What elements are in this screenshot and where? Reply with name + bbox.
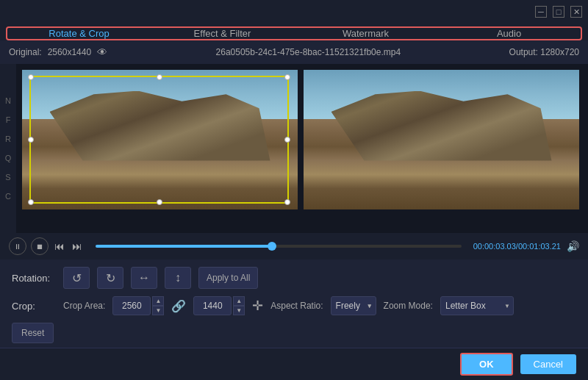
move-icon[interactable]: ✛ xyxy=(252,298,263,314)
crop-width-input[interactable] xyxy=(112,296,151,315)
output-label: Output: xyxy=(509,47,538,57)
time-display: 00:00:03.03/00:01:03.21 xyxy=(473,242,561,251)
bottom-bar: OK Cancel xyxy=(0,348,588,380)
preview-area: N F R Q S C xyxy=(0,64,588,233)
aspect-ratio-wrapper: Freely 16:9 4:3 1:1 ▼ xyxy=(331,296,376,315)
rotation-label: Rotation: xyxy=(12,273,56,284)
sidebar-q: Q xyxy=(5,154,12,162)
mountain-top-right xyxy=(331,91,552,161)
crop-height-up[interactable]: ▲ xyxy=(233,296,245,306)
crop-height-group: ▲ ▼ xyxy=(193,296,245,315)
sidebar-s: S xyxy=(5,173,10,182)
play-pause-button[interactable]: ⏸ xyxy=(9,237,26,255)
crop-label: Crop: xyxy=(12,301,56,312)
info-bar: Original: 2560x1440 👁 26a0505b-24c1-475e… xyxy=(0,40,588,64)
tab-watermark[interactable]: Watermark xyxy=(294,28,437,39)
flip-vertical-button[interactable]: ↕ xyxy=(165,267,191,289)
progress-thumb[interactable] xyxy=(268,242,276,251)
rotate-ccw-button[interactable]: ↺ xyxy=(63,267,90,289)
ok-button[interactable]: OK xyxy=(460,353,513,376)
playback-bar: ⏸ ⏹ ⏮ ⏭ 00:00:03.03/00:01:03.21 🔊 xyxy=(0,233,588,259)
crop-area-label: Crop Area: xyxy=(63,301,105,311)
progress-fill xyxy=(96,245,271,248)
title-bar: ─ □ ✕ xyxy=(0,0,588,24)
zoom-mode-wrapper: Letter Box Pan & Scan Full xyxy=(440,296,514,315)
crop-width-group: ▲ ▼ xyxy=(112,296,164,315)
source-canvas xyxy=(22,70,298,209)
tab-bar: Rotate & Crop Effect & Filter Watermark … xyxy=(6,26,582,40)
rotation-row: Rotation: ↺ ↻ ↔ ↕ Apply to All xyxy=(12,267,576,289)
rotate-cw-button[interactable]: ↻ xyxy=(97,267,123,289)
reset-button[interactable]: Reset xyxy=(12,323,54,343)
sidebar-c: C xyxy=(5,192,11,201)
source-mountain-scene xyxy=(22,70,298,209)
next-frame-button[interactable]: ⏭ xyxy=(71,239,84,254)
zoom-mode-select[interactable]: Letter Box Pan & Scan Full xyxy=(440,296,514,315)
crop-width-spinners: ▲ ▼ xyxy=(152,296,164,315)
cancel-button[interactable]: Cancel xyxy=(520,354,576,374)
output-resolution: 1280x720 xyxy=(540,47,579,57)
current-time: 00:00:03.03 xyxy=(473,242,516,251)
original-resolution: 2560x1440 xyxy=(48,47,91,57)
aspect-ratio-label: Aspect Ratio: xyxy=(270,301,323,311)
source-video-panel xyxy=(22,70,298,233)
output-mountain-scene xyxy=(304,70,579,209)
crop-width-down[interactable]: ▼ xyxy=(152,306,164,315)
playback-controls: ⏸ ⏹ ⏮ ⏭ xyxy=(9,237,84,255)
left-sidebar: N F R Q S C xyxy=(0,64,16,233)
maximize-button[interactable]: □ xyxy=(553,6,564,18)
sidebar-r: R xyxy=(5,135,11,143)
close-button[interactable]: ✕ xyxy=(570,6,582,18)
crop-width-up[interactable]: ▲ xyxy=(152,296,164,306)
minimize-button[interactable]: ─ xyxy=(535,6,547,18)
aspect-ratio-select[interactable]: Freely 16:9 4:3 1:1 xyxy=(331,296,376,315)
output-info: Output: 1280x720 xyxy=(509,47,579,57)
tab-effect-filter[interactable]: Effect & Filter xyxy=(151,28,294,39)
total-time: 00:01:03.21 xyxy=(518,242,561,251)
mountain-top-left xyxy=(50,91,270,161)
eye-icon[interactable]: 👁 xyxy=(97,46,107,58)
original-label: Original: xyxy=(9,47,42,57)
info-bar-left: Original: 2560x1440 👁 xyxy=(9,46,107,58)
progress-bar[interactable] xyxy=(96,245,462,248)
tab-bar-wrapper: Rotate & Crop Effect & Filter Watermark … xyxy=(0,24,588,40)
controls-panel: Rotation: ↺ ↻ ↔ ↕ Apply to All Crop: Cro… xyxy=(0,259,588,351)
reset-row: Reset xyxy=(12,323,576,343)
stop-button[interactable]: ⏹ xyxy=(31,237,49,255)
flip-horizontal-button[interactable]: ↔ xyxy=(131,267,157,289)
link-icon[interactable]: 🔗 xyxy=(171,299,186,313)
crop-height-spinners: ▲ ▼ xyxy=(233,296,245,315)
apply-all-button[interactable]: Apply to All xyxy=(198,267,258,289)
volume-icon[interactable]: 🔊 xyxy=(567,240,579,252)
tab-rotate-crop[interactable]: Rotate & Crop xyxy=(7,28,151,39)
crop-height-input[interactable] xyxy=(193,296,232,315)
output-canvas xyxy=(304,70,579,209)
filename-display: 26a0505b-24c1-475e-8bac-11521321fb0e.mp4 xyxy=(216,47,401,57)
preview-panels xyxy=(16,64,588,233)
crop-height-down[interactable]: ▼ xyxy=(233,306,245,315)
output-video-panel xyxy=(304,70,579,233)
sidebar-f: F xyxy=(6,115,11,124)
crop-row: Crop: Crop Area: ▲ ▼ 🔗 ▲ ▼ ✛ Aspect Rati… xyxy=(12,296,576,315)
sidebar-n: N xyxy=(5,96,11,105)
prev-frame-button[interactable]: ⏮ xyxy=(53,239,66,254)
tab-audio[interactable]: Audio xyxy=(437,28,581,39)
zoom-mode-label: Zoom Mode: xyxy=(384,301,433,311)
